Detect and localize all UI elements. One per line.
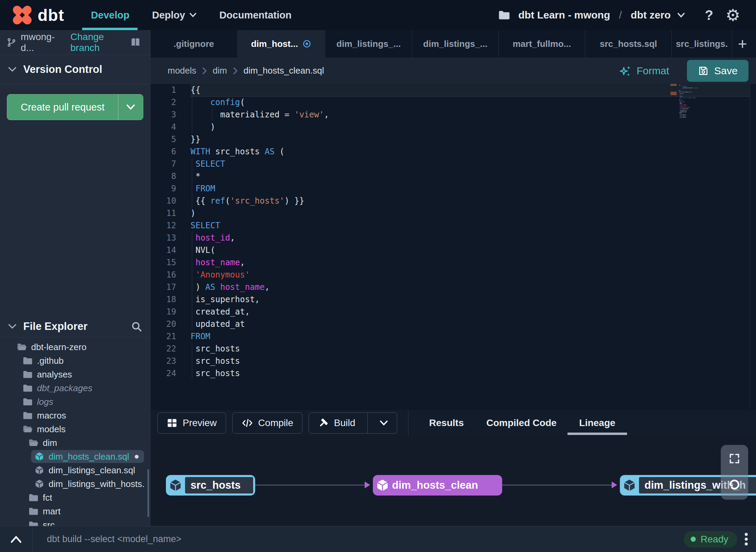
code-editor[interactable]: 123456789101112131415161718192021222324 … (151, 84, 756, 409)
file-tree-item[interactable]: dim_listings_clean.sql (0, 463, 150, 477)
code-line: }} (191, 133, 750, 145)
docs-book-icon[interactable] (130, 37, 141, 48)
divider (408, 410, 408, 436)
format-button[interactable]: Format (619, 65, 669, 77)
file-tree-item[interactable]: dim_listings_with_hosts... (0, 477, 150, 491)
file-tree-item[interactable]: macros (0, 409, 150, 422)
file-tree-item[interactable]: dbt_packages (0, 381, 150, 395)
folder-icon (17, 343, 27, 351)
panel-tab-results[interactable]: Results (429, 410, 464, 436)
save-button[interactable]: Save (687, 60, 748, 82)
lineage-panel[interactable]: src_hostsdim_hosts_cleandim_listings_wit… (151, 436, 756, 526)
folder-icon (29, 507, 38, 515)
section-title: File Explorer (23, 320, 88, 333)
file-tree-item[interactable]: fct (0, 491, 150, 504)
folder-icon (23, 398, 32, 406)
file-tree-item[interactable]: .github (0, 354, 150, 368)
file-tab[interactable]: src_listings. (672, 30, 732, 57)
file-tab[interactable]: dim_host... (237, 30, 325, 57)
change-branch-link[interactable]: Change branch (70, 31, 125, 53)
file-tab[interactable]: mart_fullmo... (498, 30, 585, 57)
folder-icon (29, 521, 38, 526)
model-cube-icon (620, 479, 639, 492)
code-line: src_hosts (191, 355, 750, 367)
file-tree-label: dbt-learn-zero (31, 342, 87, 352)
file-tab[interactable]: dim_listings_... (325, 30, 412, 57)
file-tab[interactable]: .gitignore (151, 30, 237, 57)
refresh-icon[interactable] (727, 477, 742, 492)
kebab-menu-icon[interactable] (745, 533, 748, 545)
code-line: WITH src_hosts AS ( (191, 145, 750, 158)
code-area[interactable]: {{ config( materialized = 'view', )}}WIT… (191, 84, 750, 380)
help-button[interactable]: ? (705, 8, 713, 23)
scrollbar-thumb[interactable] (147, 469, 149, 517)
dbt-logo[interactable]: dbt (12, 4, 64, 26)
build-dropdown-caret[interactable] (373, 420, 388, 426)
lineage-node-src_hosts[interactable]: src_hosts (166, 475, 255, 496)
file-tree-item[interactable]: mart (0, 504, 150, 518)
file-tab-label: src_hosts.sql (600, 39, 657, 49)
version-control-header[interactable]: Version Control (0, 55, 150, 84)
file-tree-item[interactable]: models (0, 422, 150, 436)
line-number: 22 (151, 343, 191, 355)
status-bar: Ready (0, 526, 756, 552)
command-bar-toggle[interactable] (0, 526, 32, 552)
file-tree-label: macros (37, 410, 66, 421)
file-tree-item[interactable]: dbt-learn-zero (0, 340, 150, 354)
panel-tab-compiled-code[interactable]: Compiled Code (486, 410, 557, 436)
build-button[interactable]: Build (309, 412, 397, 434)
code-line: ) AS host_name, (191, 281, 750, 293)
nav-item-label: Documentation (219, 10, 291, 21)
file-tree-item[interactable]: src (0, 518, 150, 526)
status-badge: Ready (684, 531, 737, 548)
create-pull-request-button[interactable]: Create pull request (7, 94, 143, 120)
file-tree-item[interactable]: dim (0, 436, 150, 450)
panel-tab-lineage[interactable]: Lineage (579, 410, 615, 436)
command-input[interactable] (32, 534, 684, 544)
pr-dropdown-caret[interactable] (118, 104, 143, 110)
code-line: ) (191, 207, 750, 219)
folder-icon (29, 493, 38, 502)
fullscreen-icon[interactable] (728, 452, 741, 465)
file-tab-label: dim_listings_... (423, 39, 487, 49)
model-cube-icon (35, 452, 44, 461)
lineage-node-dim_hosts_clean[interactable]: dim_hosts_clean (373, 475, 502, 496)
preview-button[interactable]: Preview (157, 412, 226, 434)
file-tree-item[interactable]: dim_hosts_clean.sql (0, 450, 150, 463)
breadcrumb-item[interactable]: dim (213, 65, 227, 76)
compile-button[interactable]: Compile (232, 412, 303, 434)
nav-item-deploy[interactable]: Deploy (152, 0, 197, 30)
file-explorer-header[interactable]: File Explorer (0, 316, 150, 337)
chevron-down-icon (8, 66, 16, 73)
branch-name: mwong-d... (21, 31, 60, 53)
code-line: FROM (191, 182, 750, 195)
settings-gear-icon[interactable]: ⚙ (726, 7, 740, 23)
chevron-down-icon[interactable] (677, 12, 685, 18)
file-tree-item[interactable]: analyses (0, 368, 150, 381)
nav-item-documentation[interactable]: Documentation (219, 0, 291, 30)
file-tab[interactable]: dim_listings_... (412, 30, 498, 57)
nav-item-develop[interactable]: Develop (91, 0, 130, 30)
dbt-logo-icon (12, 4, 33, 26)
file-tab[interactable]: src_hosts.sql (585, 30, 672, 57)
new-tab-button[interactable]: + (732, 30, 753, 57)
folder-icon (23, 357, 32, 365)
project-name[interactable]: dbt zero (631, 9, 671, 21)
chevron-right-icon (233, 67, 238, 75)
modified-indicator-icon[interactable] (302, 39, 311, 48)
file-tree-label: dim_listings_with_hosts... (49, 479, 144, 489)
account-name[interactable]: dbt Learn - mwong (518, 9, 610, 21)
line-number: 16 (151, 269, 191, 281)
compile-label: Compile (258, 418, 294, 428)
breadcrumb-item[interactable]: models (168, 65, 196, 76)
minimap[interactable]: {{ config( materialized = 'view', )}}WIT… (679, 85, 700, 126)
main-menu: Develop Deploy Documentation (91, 0, 292, 30)
nav-item-label: Develop (91, 10, 130, 21)
file-tree-item[interactable]: logs (0, 395, 150, 409)
code-line: src_hosts (191, 343, 750, 355)
breadcrumb-current-file: dim_hosts_clean.sql (244, 65, 324, 76)
code-line: src_hosts (191, 367, 750, 380)
search-icon[interactable] (131, 321, 142, 332)
file-tree-label: src (43, 520, 55, 526)
line-number: 18 (151, 293, 191, 306)
